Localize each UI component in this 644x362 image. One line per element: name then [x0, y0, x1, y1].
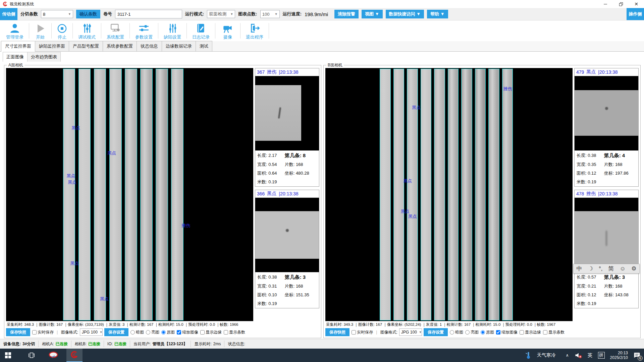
confirm-count-button[interactable]: 确认条数 [76, 10, 100, 18]
film-strip [125, 69, 137, 320]
defect-id: 479 [576, 69, 584, 75]
chart-points-select[interactable]: 100 ▼ [260, 10, 280, 18]
primary-tab-bar: 尺寸监控界面 缺陷监控界面 产品型号配置 系统参数配置 状态信息 边缘数据记录 … [0, 41, 644, 52]
zoom-image-checkbox[interactable]: 缩放图像 [496, 329, 518, 335]
clear-alarm-button[interactable]: 清除报警 [334, 10, 359, 18]
camera-b-image[interactable]: 挫伤黑点黑点黑点黑点 [325, 68, 573, 321]
punctuation-mode[interactable]: °, [599, 265, 603, 272]
bright-image-radio[interactable]: 亮图 [465, 329, 479, 335]
roll-number-input[interactable]: 3117-1 [115, 10, 182, 18]
minimize-button[interactable] [598, 0, 613, 8]
save-snapshot-button[interactable]: 保存快照 [6, 328, 30, 336]
camera-a-title: A面相机 [7, 62, 24, 68]
defect-length: 2.17 [268, 153, 277, 158]
task-view-button[interactable] [23, 349, 40, 362]
close-icon: ✕ [634, 1, 638, 7]
view-menu-button[interactable]: 视图 ▼ [362, 10, 382, 18]
stop-button[interactable]: 停止 [52, 20, 72, 41]
weather-status[interactable]: 天气寒冷 [537, 352, 556, 358]
original-image-radio[interactable]: 原图 [161, 329, 175, 335]
pinyin-ime-indicator[interactable]: 拼 [598, 352, 605, 359]
tab-size-monitor[interactable]: 尺寸监控界面 [1, 41, 35, 52]
image-format-select[interactable]: JPG 100▼ [80, 328, 103, 336]
save-settings-button[interactable]: 保存设置 [424, 328, 448, 336]
exit-program-button[interactable]: 退出程序 [241, 20, 268, 41]
chevron-down-icon: ▼ [230, 12, 233, 16]
split-count-select[interactable]: 8 ▼ [41, 10, 73, 18]
tab-status-info[interactable]: 状态信息 [137, 41, 162, 51]
show-count-checkbox[interactable]: 显示条数 [223, 329, 245, 335]
tab-defect-monitor[interactable]: 缺陷监控界面 [35, 41, 69, 51]
defect-mark-label: 黑点 [70, 260, 79, 266]
screenshot-app-button[interactable]: ✂ [46, 349, 62, 362]
run-mode-label: 运行模式: [185, 11, 204, 17]
original-image-radio[interactable]: 原图 [480, 329, 494, 335]
data-quick-access-button[interactable]: 数据快捷访问 ▼ [386, 10, 424, 18]
start-button[interactable] [0, 349, 16, 362]
camera-a-image[interactable]: 黑点黑点黑点黑点挫伤黑点黑点 [6, 68, 253, 321]
chevron-down-icon: ▼ [100, 330, 103, 334]
log-record-button[interactable]: 日志记录 [187, 20, 214, 41]
zoom-image-checkbox[interactable]: 缩放图像 [176, 329, 198, 335]
defect-image [255, 76, 319, 150]
drive-side-button[interactable]: 传动侧 [0, 8, 17, 20]
show-edge-checkbox[interactable]: 显示边缘 [519, 329, 541, 335]
realtime-save-checkbox[interactable]: 实时保存 [351, 329, 373, 335]
tab-edge-data-record[interactable]: 边缘数据记录 [162, 41, 196, 51]
language-indicator[interactable]: 英 [588, 352, 593, 359]
simplified-mode[interactable]: 简 [608, 265, 614, 273]
admin-login-button[interactable]: 管理登录 [1, 20, 28, 41]
taskbar-clock[interactable]: 20:13 2025/2/10 [610, 351, 628, 360]
io-conn-label: IO: [107, 342, 113, 346]
start-button[interactable]: 开始 [30, 20, 51, 41]
notification-center-button[interactable]: 6 [633, 352, 641, 359]
image-format-label: 图像格式: [380, 329, 397, 335]
vision-app-button[interactable] [66, 349, 83, 362]
defect-width: 0.21 [588, 284, 596, 289]
defect-card[interactable]: 479 黑点 |20:13:38 长度: 0.38 第几条: 4 宽度: 0.3… [574, 68, 639, 187]
film-strip [63, 69, 75, 320]
dark-image-radio[interactable]: 暗图 [130, 329, 144, 335]
operator-side-button[interactable]: 操作侧 [627, 8, 644, 20]
tray-chevron-icon[interactable]: ∧ [566, 353, 569, 358]
speaker-muted-icon[interactable] [574, 352, 582, 359]
close-button[interactable]: ✕ [629, 0, 644, 8]
defect-meters: 0.19 [588, 301, 596, 306]
save-snapshot-button[interactable]: 保存快照 [325, 328, 350, 336]
tab-front-image[interactable]: 正面图像 [3, 52, 28, 62]
tab-product-model-config[interactable]: 产品型号配置 [69, 41, 103, 51]
help-menu-button[interactable]: 帮助 ▼ [427, 10, 448, 18]
moon-icon[interactable]: ☽ [588, 265, 593, 272]
restore-button[interactable] [613, 0, 629, 8]
params-settings-button[interactable]: 参数设置 [130, 20, 157, 41]
bright-image-radio[interactable]: 亮图 [146, 329, 159, 335]
defect-card[interactable]: 478 挫伤 |20:13:38 长度: 0.57 第几条: 3 宽度: 0.2… [574, 190, 639, 308]
ime-chinese-mode[interactable]: 中 [577, 265, 582, 273]
gear-icon[interactable]: ⚙ [631, 265, 636, 272]
tab-system-params-config[interactable]: 系统参数配置 [103, 41, 137, 51]
defect-image [575, 198, 638, 272]
show-count-checkbox[interactable]: 显示条数 [543, 329, 565, 335]
defect-mark-label: 黑点 [67, 173, 75, 179]
image-format-select[interactable]: JPG 100▼ [399, 328, 422, 336]
system-config-button[interactable]: 系统配置 [102, 20, 129, 41]
debug-mode-button[interactable]: 调试模式 [73, 20, 100, 41]
defect-card[interactable]: 367 挫伤 |20:13:38 长度: 2.17 第几条: 8 宽度: 0.5… [255, 68, 319, 187]
tab-trend-chart[interactable]: 分布趋势图表 [27, 52, 61, 62]
run-mode-select[interactable]: 双面检测 ▼ [207, 10, 235, 18]
defect-time: |20:13:38 [598, 191, 618, 196]
dark-image-radio[interactable]: 暗图 [449, 329, 463, 335]
defect-card[interactable]: 366 黑点 |20:13:38 长度: 0.38 第几条: 3 宽度: 0.3… [255, 190, 319, 308]
camera-b-stats: 采集耗时: 349.3 ｜图像计数: 167 ｜像素坐标: (5202,24) … [325, 321, 639, 327]
save-settings-button[interactable]: 保存设置 [104, 328, 128, 336]
emoji-icon[interactable]: ☺ [620, 265, 626, 272]
defect-coord: 480.28 [296, 171, 309, 176]
realtime-save-checkbox[interactable]: 实时保存 [32, 329, 54, 335]
capture-button[interactable]: 摄像 [216, 20, 239, 41]
ime-toolbar: 中 ☽ °, 简 ☺ ⚙ [573, 264, 640, 274]
tab-test[interactable]: 测试 [196, 41, 212, 51]
film-strip [461, 69, 472, 320]
show-edge-checkbox[interactable]: 显示边缘 [200, 329, 222, 335]
taskbar: ✂ 天气寒冷 ∧ 英 拼 20:13 2025/2/10 [0, 349, 644, 362]
defect-settings-button[interactable]: 缺陷设置 [159, 20, 186, 41]
